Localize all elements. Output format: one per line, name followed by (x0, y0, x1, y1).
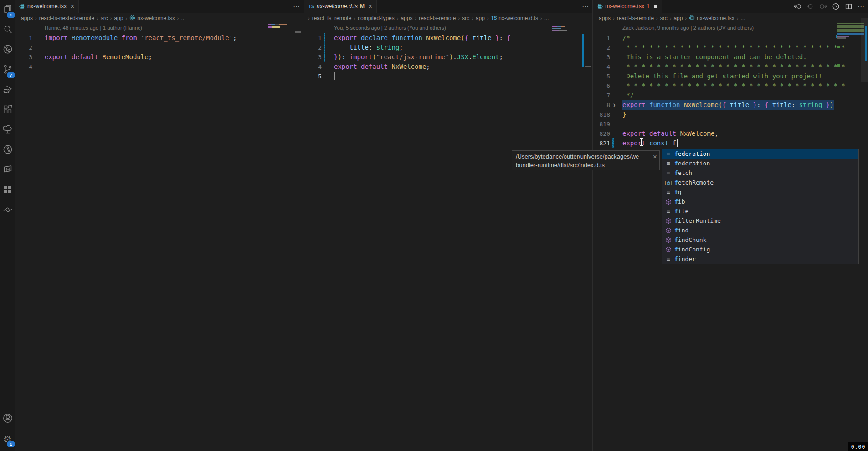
breadcrumb-item[interactable]: apps (401, 15, 412, 21)
tab[interactable]: nx-welcome.tsx1 (593, 0, 662, 13)
minimap[interactable] (552, 28, 561, 29)
line-number[interactable]: 5 (593, 72, 610, 81)
sidebar-item-settings[interactable]: ⚙1 (0, 429, 15, 449)
line-number[interactable]: 821 (593, 138, 610, 148)
code-line[interactable]: 5 Delete this file and get started with … (593, 72, 868, 81)
code-line[interactable]: 2 (15, 43, 304, 52)
minimap[interactable] (837, 64, 840, 67)
minimap-slider[interactable] (585, 66, 591, 67)
code-line[interactable]: 2 title: string; (304, 43, 593, 52)
code-line[interactable]: 819 (593, 119, 868, 129)
suggestion-item[interactable]: ≡file (662, 206, 858, 216)
code-line[interactable]: 2 * * * * * * * * * * * * * * * * * * * … (593, 43, 868, 52)
breadcrumb-item[interactable]: ... (181, 15, 186, 21)
previous-change-icon[interactable] (794, 3, 801, 10)
line-number[interactable]: 2 (304, 43, 322, 52)
close-icon[interactable]: ✕ (653, 153, 657, 161)
code-line[interactable]: 5 (304, 72, 593, 81)
breadcrumb-item[interactable]: apps (21, 15, 33, 21)
minimap[interactable] (837, 36, 849, 37)
breadcrumb-item[interactable]: react-ts-remote (419, 15, 456, 21)
minimap[interactable] (552, 30, 567, 31)
line-number[interactable]: 2 (593, 43, 610, 52)
fold-chevron-icon[interactable]: ❯ (613, 100, 616, 110)
suggestion-item[interactable]: ≡finder (662, 254, 858, 264)
suggestion-item[interactable]: filterRuntime (662, 216, 858, 226)
suggestion-item[interactable]: ≡fetch (662, 168, 858, 178)
minimap[interactable] (268, 24, 293, 25)
line-number[interactable]: 4 (15, 62, 32, 72)
code-area[interactable]: 1/*2 * * * * * * * * * * * * * * * * * *… (593, 33, 868, 148)
suggestion-item[interactable]: [@]fetchRemote (662, 178, 858, 187)
sidebar-item-search[interactable] (0, 20, 15, 40)
line-number[interactable]: 2 (15, 43, 32, 52)
code-line[interactable]: 820export default NxWelcome; (593, 129, 868, 138)
sidebar-item-gitlens[interactable] (0, 40, 15, 60)
breadcrumb-item[interactable]: app (673, 15, 683, 21)
code-line[interactable]: 3export default RemoteModule; (15, 52, 304, 62)
line-number[interactable]: 820 (593, 129, 610, 138)
minimap[interactable] (837, 37, 846, 39)
line-number[interactable]: 4 (304, 62, 322, 72)
code-line[interactable]: 6 * * * * * * * * * * * * * * * * * * * … (593, 81, 868, 91)
line-number[interactable]: 7 (593, 91, 610, 100)
code-line[interactable]: 3}): import("react/jsx-runtime").JSX.Ele… (304, 52, 593, 62)
code-line[interactable]: 821export const f (593, 138, 868, 148)
sidebar-item-nx-console[interactable] (0, 160, 15, 180)
code-line[interactable]: 4 (15, 62, 304, 72)
line-number[interactable]: 3 (304, 52, 322, 62)
more-actions-icon[interactable]: ⋯ (858, 3, 864, 10)
minimap[interactable] (268, 26, 280, 28)
sidebar-item-accounts[interactable] (0, 409, 15, 429)
breadcrumb-item[interactable]: react-ts-remote (617, 15, 654, 21)
code-line[interactable]: 8❯export function NxWelcome({ title }: {… (593, 100, 868, 110)
line-number[interactable]: 1 (15, 33, 32, 43)
line-number[interactable]: 1 (304, 33, 322, 43)
line-number[interactable]: 4 (593, 62, 610, 72)
breadcrumb-item[interactable]: src (101, 15, 108, 21)
line-number[interactable]: 3 (593, 52, 610, 62)
codelens[interactable]: Hanric, 48 minutes ago | 1 author (Hanri… (45, 25, 142, 31)
suggestion-item[interactable]: find (662, 226, 858, 235)
tab[interactable]: nx-welcome.tsx✕ (15, 0, 79, 13)
timeline-icon[interactable] (832, 3, 840, 10)
code-line[interactable]: 1/* (593, 33, 868, 43)
breadcrumb-item[interactable]: src (462, 15, 469, 21)
breadcrumb-item[interactable]: app (476, 15, 485, 21)
code-line[interactable]: 1import RemoteModule from 'react_ts_remo… (15, 33, 304, 43)
line-number[interactable]: 6 (593, 81, 610, 91)
breadcrumb-item[interactable]: nx-welcome.tsx (137, 15, 175, 21)
breadcrumb-item[interactable]: react_ts_remote (312, 15, 352, 21)
minimap[interactable] (837, 23, 864, 33)
suggestion-item[interactable]: findChunk (662, 235, 858, 245)
close-icon[interactable]: ✕ (368, 4, 372, 10)
minimap[interactable] (552, 26, 565, 27)
sidebar-item-source-control[interactable]: 7 (0, 60, 15, 80)
breadcrumb-item[interactable]: nx-welcome.tsx (697, 15, 734, 21)
next-change-icon[interactable] (819, 3, 827, 10)
line-number[interactable]: 819 (593, 119, 610, 129)
code-line[interactable]: 3 This is a starter component and can be… (593, 52, 868, 62)
minimap[interactable] (837, 46, 840, 48)
sidebar-item-explorer[interactable]: 1 (0, 0, 15, 20)
breadcrumb-item[interactable]: apps (599, 15, 611, 21)
line-number[interactable]: 8 (593, 100, 610, 110)
suggestion-item[interactable]: findConfig (662, 245, 858, 254)
line-number[interactable]: 818 (593, 110, 610, 119)
sidebar-item-run-and-debug[interactable] (0, 80, 15, 100)
breadcrumb-item[interactable]: src (660, 15, 668, 21)
code-line[interactable]: 4export default NxWelcome; (304, 62, 593, 72)
code-line[interactable]: 818} (593, 110, 868, 119)
sidebar-item-waves[interactable] (0, 200, 15, 220)
breadcrumb-item[interactable]: ... (544, 15, 549, 21)
sidebar-item-extensions[interactable] (0, 100, 15, 120)
breadcrumb-item[interactable]: compiled-types (358, 15, 395, 21)
tab[interactable]: TSnx-welcome.d.tsM✕ (304, 0, 377, 13)
minimap[interactable] (837, 33, 864, 35)
code-line[interactable]: 4 * * * * * * * * * * * * * * * * * * * … (593, 62, 868, 72)
codelens[interactable]: Zack Jackson, 9 months ago | 2 authors (… (622, 25, 754, 31)
sidebar-item-tree[interactable] (0, 120, 15, 140)
codelens[interactable]: You, 5 seconds ago | 2 authors (You and … (334, 25, 446, 31)
breadcrumb-item[interactable]: ... (740, 15, 745, 21)
suggestion-item[interactable]: ≡fg (662, 187, 858, 197)
